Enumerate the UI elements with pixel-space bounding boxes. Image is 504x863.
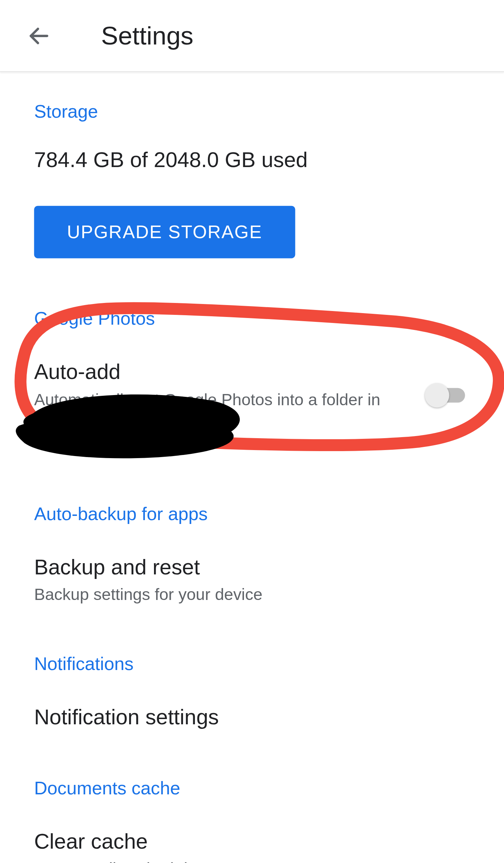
backup-reset-title: Backup and reset xyxy=(34,553,470,580)
clear-cache-title: Clear cache xyxy=(34,828,470,854)
back-arrow-icon[interactable] xyxy=(24,21,54,50)
section-header-storage: Storage xyxy=(34,101,470,122)
settings-content: Storage 784.4 GB of 2048.0 GB used UPGRA… xyxy=(0,101,504,863)
auto-add-title: Auto-add xyxy=(34,358,410,385)
section-header-notifications: Notifications xyxy=(34,654,470,674)
setting-item-backup-reset[interactable]: Backup and reset Backup settings for you… xyxy=(34,553,470,606)
clear-cache-subtitle: Remove all cached documents xyxy=(34,858,381,863)
setting-item-notification-settings[interactable]: Notification settings xyxy=(34,703,470,730)
setting-item-clear-cache[interactable]: Clear cache Remove all cached documents xyxy=(34,828,470,863)
setting-item-auto-add[interactable]: Auto-add Automatically put Google Photos… xyxy=(34,358,470,433)
toggle-thumb xyxy=(425,383,449,408)
notification-settings-title: Notification settings xyxy=(34,703,470,730)
auto-add-toggle[interactable] xyxy=(425,383,470,408)
section-header-google-photos: Google Photos xyxy=(34,308,470,329)
auto-add-subtitle: Automatically put Google Photos into a f… xyxy=(34,388,381,433)
storage-usage-text: 784.4 GB of 2048.0 GB used xyxy=(34,147,470,172)
app-header: Settings xyxy=(0,0,504,72)
page-title: Settings xyxy=(101,21,194,50)
section-header-documents-cache: Documents cache xyxy=(34,778,470,798)
section-header-auto-backup: Auto-backup for apps xyxy=(34,504,470,524)
upgrade-storage-button[interactable]: UPGRADE STORAGE xyxy=(34,206,295,258)
backup-reset-subtitle: Backup settings for your device xyxy=(34,584,381,606)
